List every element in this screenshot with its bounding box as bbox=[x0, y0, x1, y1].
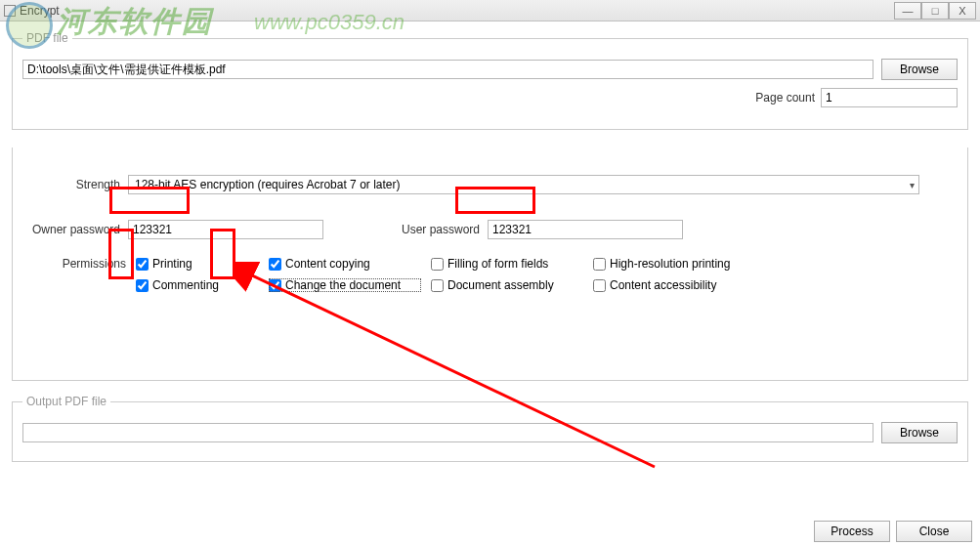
strength-select[interactable]: 128-bit AES encryption (requires Acrobat… bbox=[128, 175, 919, 194]
commenting-checkbox[interactable]: Commenting bbox=[136, 278, 259, 292]
accessibility-checkbox[interactable]: Content accessibility bbox=[593, 278, 765, 292]
page-count-label: Page count bbox=[755, 91, 815, 105]
browse-output-button[interactable]: Browse bbox=[881, 422, 958, 443]
output-path-input[interactable] bbox=[22, 423, 873, 442]
close-window-button[interactable]: X bbox=[949, 2, 976, 20]
window-title: Encrypt bbox=[20, 4, 894, 18]
owner-password-label: Owner password bbox=[22, 223, 120, 236]
user-password-label: User password bbox=[323, 223, 480, 236]
title-bar: Encrypt — □ X bbox=[0, 0, 980, 21]
permissions-label: Permissions bbox=[22, 257, 130, 271]
close-button[interactable]: Close bbox=[896, 521, 972, 542]
change-document-checkbox[interactable]: Change the document bbox=[269, 278, 421, 292]
strength-value: 128-bit AES encryption (requires Acrobat… bbox=[135, 178, 400, 191]
highres-checkbox[interactable]: High-resolution printing bbox=[593, 257, 765, 271]
maximize-button[interactable]: □ bbox=[921, 2, 949, 20]
page-count-input[interactable] bbox=[821, 88, 958, 107]
chevron-down-icon: ▾ bbox=[910, 180, 915, 190]
owner-password-input[interactable] bbox=[128, 220, 323, 239]
pdf-path-input[interactable] bbox=[22, 60, 873, 79]
pdf-file-group: PDF file Browse Page count bbox=[12, 31, 968, 130]
permissions-grid: Permissions Printing Content copying Fil… bbox=[22, 257, 958, 292]
browse-pdf-button[interactable]: Browse bbox=[881, 59, 958, 80]
window-controls: — □ X bbox=[894, 2, 976, 20]
filling-checkbox[interactable]: Filling of form fields bbox=[431, 257, 583, 271]
process-button[interactable]: Process bbox=[814, 521, 890, 542]
app-icon bbox=[4, 5, 16, 17]
encryption-group: Strength 128-bit AES encryption (require… bbox=[12, 147, 968, 381]
output-legend: Output PDF file bbox=[22, 395, 110, 408]
assembly-checkbox[interactable]: Document assembly bbox=[431, 278, 583, 292]
user-password-input[interactable] bbox=[488, 220, 683, 239]
minimize-button[interactable]: — bbox=[894, 2, 921, 20]
printing-checkbox[interactable]: Printing bbox=[136, 257, 259, 271]
strength-label: Strength bbox=[22, 178, 120, 191]
pdf-file-legend: PDF file bbox=[22, 31, 72, 45]
output-group: Output PDF file Browse bbox=[12, 395, 968, 462]
bottom-button-bar: Process Close bbox=[814, 521, 972, 542]
content-copying-checkbox[interactable]: Content copying bbox=[269, 257, 421, 271]
